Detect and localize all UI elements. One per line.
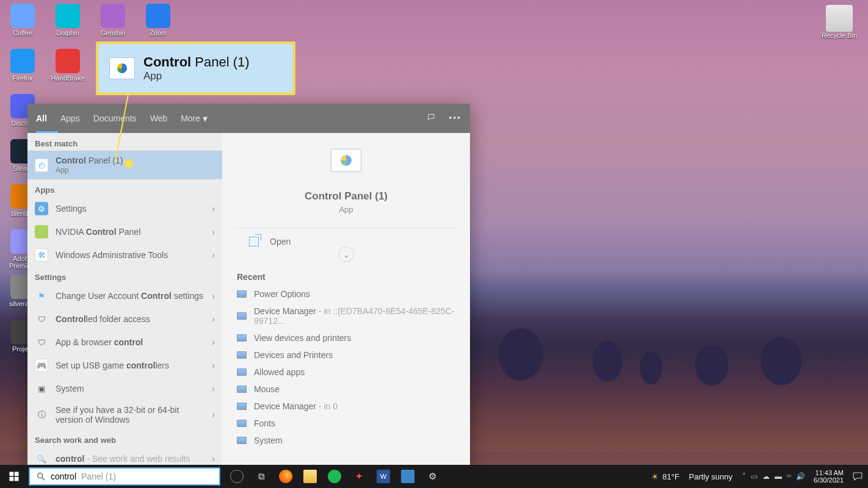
desktop-icon[interactable]: Genshin: [90, 0, 136, 45]
tab-all[interactable]: All: [36, 113, 47, 123]
more-options-icon[interactable]: •••: [449, 113, 461, 124]
chevron-right-icon: ›: [212, 314, 215, 324]
recent-item[interactable]: Device Manager - in 0: [226, 398, 466, 415]
chevron-right-icon: ›: [212, 384, 215, 393]
search-result-item[interactable]: 🛡App & browser control›: [27, 331, 222, 354]
taskbar-search-input[interactable]: control Panel (1): [29, 467, 220, 486]
taskbar-clock[interactable]: 11:43 AM6/30/2021: [814, 469, 844, 484]
firefox-icon[interactable]: [279, 470, 292, 483]
recent-item-label: Mouse: [254, 384, 280, 394]
recent-item[interactable]: Devices and Printers: [226, 346, 466, 364]
chevron-right-icon: ›: [212, 361, 215, 370]
tray-cloud-icon[interactable]: ▭: [751, 472, 758, 481]
search-result-item[interactable]: 🛠Windows Administrative Tools›: [27, 243, 222, 267]
action-center-icon[interactable]: [852, 471, 863, 482]
control-panel-item-icon: [237, 312, 247, 320]
control-panel-icon: [109, 57, 135, 79]
tray-onedrive-icon[interactable]: ☁: [762, 472, 770, 481]
callout-highlight: Control Panel (1) App: [96, 41, 295, 95]
search-result-item[interactable]: 🛡Controlled folder access›: [27, 307, 222, 331]
result-text: Settings: [56, 204, 204, 214]
app-icon[interactable]: ✦: [352, 470, 366, 483]
control-panel-item-icon: [237, 351, 247, 359]
search-icon: [36, 472, 46, 481]
shield-icon: 🛡: [35, 336, 48, 349]
search-results-list: Best match ◴ Control Panel (1)App Apps ⚙…: [27, 133, 222, 467]
recycle-bin-label: Recycle Bin: [822, 32, 857, 39]
app2-icon[interactable]: [401, 470, 414, 483]
recent-item-label: View devices and printers: [254, 333, 351, 343]
callout-title: Control Panel (1): [143, 54, 250, 70]
app-icon: [10, 4, 35, 28]
start-button[interactable]: [0, 465, 27, 488]
feedback-icon[interactable]: [427, 113, 436, 124]
preview-app-icon: [331, 149, 361, 172]
recent-item[interactable]: System: [226, 432, 466, 449]
search-result-item[interactable]: ⚑Change User Account Control settings›: [27, 284, 222, 307]
result-text: NVIDIA Control Panel: [56, 227, 204, 237]
recent-item-label: Power Options: [254, 289, 310, 299]
recent-item[interactable]: Power Options: [226, 285, 466, 303]
system-tray: ˄ ▭ ☁ ▬ ⌔ 🔊: [742, 472, 805, 481]
tab-documents[interactable]: Documents: [93, 113, 137, 123]
search-result-item[interactable]: 🎮Set up USB game controllers›: [27, 354, 222, 377]
windows-logo-icon: [9, 471, 20, 482]
weather-widget[interactable]: ☀ 81°F Partly sunny: [651, 472, 732, 481]
desktop-icon[interactable]: Coffee: [0, 0, 45, 45]
tab-web[interactable]: Web: [150, 113, 168, 123]
chevron-down-icon: ▾: [203, 113, 208, 124]
result-text: App & browser control: [56, 337, 204, 347]
search-result-item[interactable]: NVIDIA Control Panel›: [27, 220, 222, 243]
recent-item[interactable]: Device Manager - in ::{ED7BA470-8E54-465…: [226, 303, 466, 329]
recent-item-label: Allowed apps: [254, 367, 305, 377]
desktop-icon[interactable]: Zoom: [136, 0, 181, 45]
open-icon: [249, 237, 259, 246]
desktop-icon[interactable]: HandBrake: [45, 45, 90, 90]
search-result-item[interactable]: ▣System›: [27, 377, 222, 400]
chevron-right-icon: ›: [212, 204, 215, 214]
svg-rect-1: [14, 472, 18, 476]
desktop-icon-label: HandBrake: [51, 74, 84, 82]
settings-icon[interactable]: ⚙: [425, 470, 439, 483]
svg-line-5: [42, 478, 45, 480]
info-icon: ⓘ: [35, 408, 48, 422]
search-icon: 🔍: [35, 452, 48, 465]
file-explorer-icon[interactable]: [303, 470, 317, 483]
chevron-right-icon: ›: [212, 227, 215, 237]
callout-connector-dot: [125, 160, 132, 167]
result-text: Windows Administrative Tools: [56, 250, 204, 260]
tray-volume-icon[interactable]: 🔊: [796, 472, 805, 481]
recent-item[interactable]: Allowed apps: [226, 364, 466, 381]
search-result-item[interactable]: ⚙Settings›: [27, 197, 222, 220]
search-result-item[interactable]: ⓘSee if you have a 32-bit or 64-bit vers…: [27, 400, 222, 429]
cortana-icon[interactable]: [230, 470, 244, 483]
desktop-icon-label: Zoom: [150, 29, 167, 37]
section-best-match: Best match: [27, 133, 222, 151]
result-text: Set up USB game controllers: [56, 361, 204, 370]
tab-apps[interactable]: Apps: [60, 113, 80, 123]
tab-more[interactable]: More ▾: [181, 113, 208, 124]
result-text: See if you have a 32-bit or 64-bit versi…: [56, 405, 204, 425]
sun-icon: ☀: [651, 472, 659, 481]
recent-item[interactable]: Mouse: [226, 381, 466, 398]
tray-chevron-icon[interactable]: ˄: [742, 472, 746, 481]
section-settings: Settings: [27, 267, 222, 284]
word-icon[interactable]: W: [377, 470, 390, 483]
recycle-bin[interactable]: Recycle Bin: [822, 5, 857, 39]
desktop-icon[interactable]: Firefox: [0, 45, 45, 90]
desktop-icon[interactable]: Dolphin: [45, 0, 90, 45]
result-control-panel[interactable]: ◴ Control Panel (1)App: [27, 151, 222, 179]
expand-actions-button[interactable]: ⌄: [338, 246, 354, 262]
tray-wifi-icon[interactable]: ⌔: [787, 472, 791, 481]
flag-icon: ⚑: [35, 289, 48, 303]
recent-item-label: Fonts: [254, 418, 275, 428]
recent-item-label: Device Manager - in 0: [254, 401, 338, 411]
tray-battery-icon[interactable]: ▬: [775, 472, 782, 481]
recent-item[interactable]: Fonts: [226, 415, 466, 432]
svg-point-4: [38, 473, 43, 478]
desktop-icon-label: Dolphin: [56, 29, 79, 37]
recent-item[interactable]: View devices and printers: [226, 329, 466, 346]
chevron-right-icon: ›: [212, 454, 215, 464]
spotify-icon[interactable]: [328, 470, 341, 483]
task-view-icon[interactable]: ⧉: [255, 470, 268, 483]
